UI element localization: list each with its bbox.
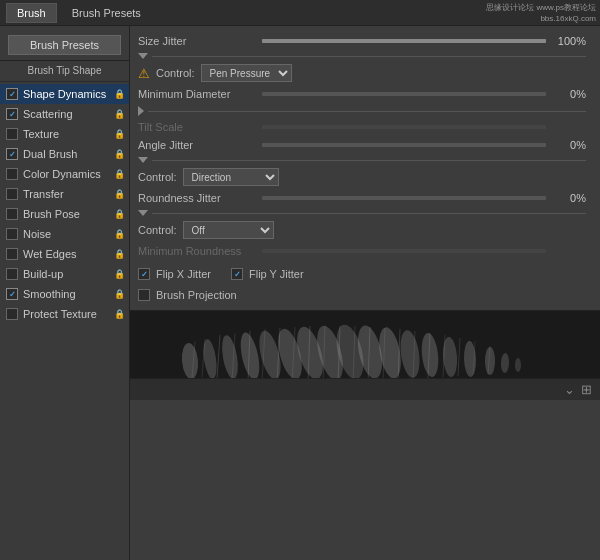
angle-jitter-value: 0% bbox=[550, 139, 586, 151]
svg-point-1 bbox=[201, 338, 218, 379]
flip-y-checkbox[interactable] bbox=[231, 268, 243, 280]
svg-point-12 bbox=[420, 332, 441, 377]
checkbox-shape-dynamics[interactable] bbox=[6, 88, 18, 100]
checkbox-smoothing[interactable] bbox=[6, 288, 18, 300]
lock-icon-transfer: 🔒 bbox=[114, 189, 125, 199]
min-roundness-slider-wrap bbox=[262, 244, 546, 258]
sidebar-item-texture[interactable]: Texture 🔒 bbox=[0, 124, 129, 144]
min-roundness-row: Minimum Roundness bbox=[138, 242, 586, 260]
presets-btn-area: Brush Presets bbox=[0, 30, 129, 61]
lock-icon-dual-brush: 🔒 bbox=[114, 149, 125, 159]
flip-y-row: Flip Y Jitter bbox=[231, 265, 304, 283]
roundness-jitter-slider-wrap[interactable] bbox=[262, 191, 546, 205]
collapse-triangle-4[interactable] bbox=[138, 210, 148, 216]
sidebar-item-wet-edges[interactable]: Wet Edges 🔒 bbox=[0, 244, 129, 264]
divider-line-3 bbox=[152, 160, 586, 161]
brush-projection-label: Brush Projection bbox=[156, 289, 237, 301]
divider-line-4 bbox=[152, 213, 586, 214]
angle-jitter-row: Angle Jitter 0% bbox=[138, 136, 586, 154]
lock-icon-protect-texture: 🔒 bbox=[114, 309, 125, 319]
size-jitter-slider-wrap[interactable] bbox=[262, 34, 546, 48]
checkbox-scattering[interactable] bbox=[6, 108, 18, 120]
control-row-3: Control: Off Fade Pen Pressure Pen Tilt bbox=[138, 218, 586, 242]
svg-line-36 bbox=[458, 338, 460, 376]
min-diameter-slider-wrap[interactable] bbox=[262, 87, 546, 101]
checkbox-dual-brush[interactable] bbox=[6, 148, 18, 160]
checkbox-transfer[interactable] bbox=[6, 188, 18, 200]
svg-point-0 bbox=[180, 342, 199, 379]
control-select-3[interactable]: Off Fade Pen Pressure Pen Tilt bbox=[183, 221, 274, 239]
collapse-triangle-2[interactable] bbox=[138, 106, 144, 116]
grid-icon[interactable]: ⊞ bbox=[581, 382, 592, 397]
sidebar-item-color-dynamics[interactable]: Color Dynamics 🔒 bbox=[0, 164, 129, 184]
svg-point-16 bbox=[501, 352, 510, 372]
flip-x-label: Flip X Jitter bbox=[156, 268, 211, 280]
flip-x-row: Flip X Jitter bbox=[138, 265, 211, 283]
sidebar-item-noise[interactable]: Noise 🔒 bbox=[0, 224, 129, 244]
min-diameter-slider[interactable] bbox=[262, 92, 546, 96]
tab-bar: Brush Brush Presets bbox=[0, 0, 600, 26]
flip-row: Flip X Jitter Flip Y Jitter bbox=[138, 260, 586, 286]
lock-icon-brush-pose: 🔒 bbox=[114, 209, 125, 219]
brush-projection-checkbox[interactable] bbox=[138, 289, 150, 301]
control-row-1: ⚠ Control: Pen Pressure Off Fade Pen Til… bbox=[138, 61, 586, 85]
roundness-jitter-label: Roundness Jitter bbox=[138, 192, 258, 204]
roundness-jitter-value: 0% bbox=[550, 192, 586, 204]
collapse-triangle-3[interactable] bbox=[138, 157, 148, 163]
sidebar-item-buildup[interactable]: Build-up 🔒 bbox=[0, 264, 129, 284]
ctrl-label-3: Control: bbox=[138, 224, 177, 236]
angle-jitter-slider-wrap[interactable] bbox=[262, 138, 546, 152]
brush-panel: 思缘设计论坛 www.ps教程论坛 bbs.16xkQ.com Brush Br… bbox=[0, 0, 600, 560]
brush-presets-button[interactable]: Brush Presets bbox=[8, 35, 121, 55]
roundness-jitter-row: Roundness Jitter 0% bbox=[138, 189, 586, 207]
tilt-scale-slider bbox=[262, 125, 546, 129]
checkbox-color-dynamics[interactable] bbox=[6, 168, 18, 180]
svg-point-11 bbox=[398, 328, 423, 378]
tilt-scale-label: Tilt Scale bbox=[138, 121, 258, 133]
checkbox-noise[interactable] bbox=[6, 228, 18, 240]
divider-line-2 bbox=[148, 111, 586, 112]
checkbox-brush-pose[interactable] bbox=[6, 208, 18, 220]
checkbox-buildup[interactable] bbox=[6, 268, 18, 280]
min-diameter-row: Minimum Diameter 0% bbox=[138, 85, 586, 103]
control-select-1[interactable]: Pen Pressure Off Fade Pen Tilt Stylus Wh… bbox=[201, 64, 292, 82]
sidebar-label-smoothing: Smoothing bbox=[23, 288, 112, 300]
min-diameter-value: 0% bbox=[550, 88, 586, 100]
ctrl-label-2: Control: bbox=[138, 171, 177, 183]
ctrl-label-1: Control: bbox=[156, 67, 195, 79]
checkbox-protect-texture[interactable] bbox=[6, 308, 18, 320]
collapse-triangle-1[interactable] bbox=[138, 53, 148, 59]
sidebar-item-shape-dynamics[interactable]: Shape Dynamics 🔒 bbox=[0, 84, 129, 104]
svg-point-17 bbox=[515, 358, 521, 372]
size-jitter-value: 100% bbox=[550, 35, 586, 47]
section-divider-1 bbox=[138, 50, 586, 61]
sidebar-item-smoothing[interactable]: Smoothing 🔒 bbox=[0, 284, 129, 304]
sidebar-label-noise: Noise bbox=[23, 228, 112, 240]
lock-icon-texture: 🔒 bbox=[114, 129, 125, 139]
sidebar-label-brush-pose: Brush Pose bbox=[23, 208, 112, 220]
sidebar-item-protect-texture[interactable]: Protect Texture 🔒 bbox=[0, 304, 129, 324]
brush-preview-area: ⌄ ⊞ bbox=[130, 310, 600, 400]
control-select-2[interactable]: Direction Off Fade Pen Pressure Pen Tilt… bbox=[183, 168, 279, 186]
checkbox-wet-edges[interactable] bbox=[6, 248, 18, 260]
angle-jitter-slider[interactable] bbox=[262, 143, 546, 147]
svg-point-15 bbox=[485, 347, 495, 375]
tab-brush[interactable]: Brush bbox=[6, 3, 57, 23]
sidebar-item-dual-brush[interactable]: Dual Brush 🔒 bbox=[0, 144, 129, 164]
lock-icon-noise: 🔒 bbox=[114, 229, 125, 239]
svg-point-2 bbox=[219, 334, 240, 380]
size-jitter-slider[interactable] bbox=[262, 39, 546, 43]
checkbox-texture[interactable] bbox=[6, 128, 18, 140]
roundness-jitter-slider[interactable] bbox=[262, 196, 546, 200]
panel-content: Size Jitter 100% ⚠ Control: bbox=[130, 26, 600, 310]
chevron-down-icon[interactable]: ⌄ bbox=[564, 382, 575, 397]
sidebar-label-scattering: Scattering bbox=[23, 108, 112, 120]
sidebar-item-transfer[interactable]: Transfer 🔒 bbox=[0, 184, 129, 204]
flip-x-checkbox[interactable] bbox=[138, 268, 150, 280]
sidebar-item-brush-pose[interactable]: Brush Pose 🔒 bbox=[0, 204, 129, 224]
size-jitter-fill bbox=[262, 39, 546, 43]
sidebar-item-scattering[interactable]: Scattering 🔒 bbox=[0, 104, 129, 124]
lock-icon-color-dynamics: 🔒 bbox=[114, 169, 125, 179]
svg-point-3 bbox=[237, 330, 263, 380]
tab-brush-presets[interactable]: Brush Presets bbox=[61, 3, 152, 23]
